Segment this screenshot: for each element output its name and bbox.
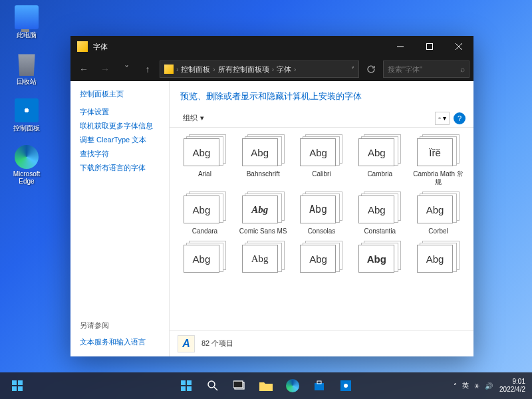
taskbar-app-settings[interactable] — [334, 374, 358, 398]
view-options-button[interactable]: ▫ ▾ — [435, 112, 450, 125]
font-item[interactable]: Abg Arial — [178, 134, 232, 186]
chevron-right-icon: › — [272, 66, 274, 73]
content-area: 控制面板主页 字体设置 联机获取更多字体信息 调整 ClearType 文本 查… — [70, 81, 473, 356]
volume-icon[interactable]: 🔊 — [485, 382, 493, 390]
sidebar-link-find-character[interactable]: 查找字符 — [80, 148, 160, 160]
desktop-icon-edge[interactable]: Microsoft Edge — [7, 145, 47, 185]
font-item[interactable]: Abg Constantia — [352, 192, 407, 235]
breadcrumb-item[interactable]: 控制面板 — [181, 65, 210, 74]
up-button[interactable]: ↑ — [138, 60, 157, 78]
font-sample: Їřĕ — [417, 138, 453, 166]
maximize-button[interactable] — [415, 36, 444, 57]
taskbar-center — [174, 374, 358, 398]
font-item[interactable]: Abg Candara — [178, 192, 232, 235]
font-preview-icon: Abg — [242, 241, 285, 274]
edge-icon — [286, 379, 299, 392]
control-panel-icon — [15, 98, 39, 122]
font-sample: Abg — [358, 138, 394, 166]
refresh-button[interactable] — [362, 61, 380, 78]
search-box[interactable]: ⌕ — [383, 61, 469, 78]
status-bar: A 82 个项目 — [170, 330, 473, 356]
font-preview-icon: Abg — [358, 192, 401, 225]
breadcrumb-item[interactable]: 所有控制面板项 — [218, 65, 269, 74]
font-sample: Abg — [184, 245, 219, 273]
sidebar-link-cleartype[interactable]: 调整 ClearType 文本 — [80, 134, 160, 146]
sidebar-see-also-heading: 另请参阅 — [80, 321, 160, 331]
desktop-icon-label: Microsoft Edge — [7, 170, 47, 185]
svg-rect-1 — [427, 44, 433, 50]
sidebar-link-font-settings[interactable]: 字体设置 — [80, 106, 160, 118]
font-name-label: Arial — [198, 170, 211, 178]
close-button[interactable] — [444, 36, 473, 57]
font-item[interactable]: Abg — [411, 241, 466, 277]
clock-date: 2022/4/2 — [499, 386, 525, 394]
fonts-folder-icon — [77, 41, 88, 52]
desktop-icon-label: 回收站 — [17, 77, 37, 86]
font-preview-icon: Abg — [184, 134, 226, 168]
font-preview-icon: Abg — [184, 192, 226, 225]
font-item[interactable]: Abg — [295, 241, 349, 277]
back-button[interactable]: ← — [74, 60, 93, 78]
font-sample: Abg — [300, 245, 336, 273]
sidebar-link-text-services[interactable]: 文本服务和输入语言 — [80, 336, 160, 348]
sidebar-link-download-all-languages[interactable]: 下载所有语言的字体 — [80, 162, 160, 174]
font-name-label: Bahnschrift — [247, 170, 280, 178]
taskbar-app-edge[interactable] — [281, 374, 305, 398]
breadcrumb-item[interactable]: 字体 — [277, 65, 291, 74]
window-controls — [386, 36, 473, 57]
recycle-bin-icon — [15, 52, 39, 76]
chevron-right-icon: › — [176, 66, 178, 73]
svg-rect-5 — [18, 380, 23, 385]
sidebar-home-link[interactable]: 控制面板主页 — [80, 89, 160, 99]
sidebar-link-get-fonts-online[interactable]: 联机获取更多字体信息 — [80, 120, 160, 132]
font-sample: Abg — [242, 196, 278, 223]
font-name-label: Consolas — [308, 227, 336, 235]
help-button[interactable]: ? — [454, 112, 466, 124]
font-name-label: Calibri — [312, 170, 331, 178]
font-item[interactable]: Abg Consolas — [295, 192, 349, 235]
font-item[interactable]: Abg Calibri — [295, 134, 349, 186]
start-button[interactable] — [174, 374, 198, 398]
taskbar-app-explorer[interactable] — [254, 374, 278, 398]
font-item[interactable]: Abg — [236, 241, 291, 277]
titlebar[interactable]: 字体 — [70, 36, 473, 57]
widgets-button[interactable] — [5, 374, 29, 398]
search-icon: ⌕ — [460, 65, 465, 74]
chevron-down-icon: ▾ — [200, 114, 204, 122]
desktop-icon-recycle-bin[interactable]: 回收站 — [7, 52, 47, 86]
ime-indicator[interactable]: 英 — [462, 381, 469, 390]
forward-button[interactable]: → — [96, 60, 114, 78]
font-sample: Abg — [300, 196, 336, 223]
fonts-folder-icon — [164, 65, 174, 74]
network-icon[interactable]: ⚹ — [474, 382, 479, 390]
svg-rect-7 — [18, 386, 23, 391]
svg-point-12 — [208, 381, 215, 388]
font-item[interactable]: Abg — [178, 241, 232, 277]
font-item[interactable]: Abg Cambria — [352, 134, 407, 186]
font-item[interactable]: Їřĕ Cambria Math 常规 — [411, 134, 466, 186]
font-sample: Abg — [184, 196, 219, 223]
search-button[interactable] — [201, 374, 225, 398]
font-item[interactable]: Abg — [352, 241, 407, 277]
font-preview-icon: Abg — [417, 192, 460, 225]
chevron-down-icon[interactable]: ˅ — [351, 66, 354, 73]
font-item[interactable]: Abg Corbel — [411, 192, 466, 235]
svg-rect-9 — [187, 380, 192, 385]
desktop-icon-this-pc[interactable]: 此电脑 — [7, 5, 47, 40]
window-title: 字体 — [93, 42, 386, 52]
organize-button[interactable]: 组织 ▾ — [178, 112, 209, 124]
taskbar-app-store[interactable] — [307, 374, 331, 398]
breadcrumb[interactable]: › 控制面板 › 所有控制面板项 › 字体 › ˅ — [160, 61, 359, 78]
font-item[interactable]: Abg Comic Sans MS — [236, 192, 291, 235]
chevron-right-icon: › — [294, 66, 296, 73]
font-item[interactable]: Abg Bahnschrift — [236, 134, 291, 186]
taskbar-right: ˄ 英 ⚹ 🔊 9:01 2022/4/2 — [454, 378, 532, 394]
chevron-up-icon[interactable]: ˄ — [454, 382, 457, 390]
history-dropdown[interactable]: ˅ — [117, 60, 136, 78]
search-input[interactable] — [388, 65, 454, 73]
system-tray[interactable]: ˄ 英 ⚹ 🔊 — [454, 381, 493, 390]
desktop-icon-control-panel[interactable]: 控制面板 — [7, 98, 47, 133]
clock[interactable]: 9:01 2022/4/2 — [499, 378, 525, 394]
minimize-button[interactable] — [386, 36, 415, 57]
task-view-button[interactable] — [227, 374, 251, 398]
